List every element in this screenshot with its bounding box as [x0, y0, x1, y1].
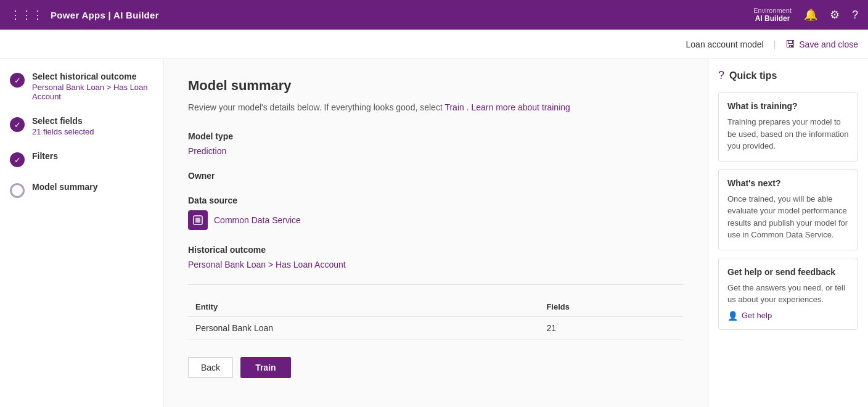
top-navigation: ⋮⋮⋮ Power Apps | AI Builder Environment … [0, 0, 868, 30]
qt-training-body: Training prepares your model to be used,… [727, 116, 849, 152]
environment-label: Environment [753, 7, 792, 14]
quick-tips-panel: ? Quick tips What is training? Training … [708, 59, 868, 407]
data-source-label: Data source [188, 195, 683, 205]
step-subtitle-2: 21 fields selected [32, 127, 94, 136]
settings-icon[interactable]: ⚙ [830, 8, 840, 22]
quick-tips-header: ? Quick tips [718, 69, 858, 82]
data-source-row: Common Data Service [188, 210, 683, 230]
entity-fields-table: Entity Fields Personal Bank Loan21 [188, 297, 683, 340]
qt-card-training: What is training? Training prepares your… [718, 92, 858, 162]
model-type-value: Prediction [188, 146, 683, 156]
step-subtitle-1: Personal Bank Loan > Has Loan Account [32, 83, 153, 101]
step-title-2: Select fields [32, 116, 94, 126]
sidebar: ✓ Select historical outcome Personal Ban… [0, 59, 163, 407]
step-title-4: Model summary [32, 182, 98, 192]
qt-training-title: What is training? [727, 101, 849, 111]
environment-name: AI Builder [755, 14, 790, 23]
grid-icon[interactable]: ⋮⋮⋮ [10, 8, 43, 22]
step-content-1: Select historical outcome Personal Bank … [32, 72, 153, 101]
sidebar-item-historical-outcome[interactable]: ✓ Select historical outcome Personal Ban… [10, 72, 153, 101]
qt-gethelp-body: Get the answers you need, or tell us abo… [727, 282, 849, 306]
train-link[interactable]: Train [444, 102, 464, 112]
content-area: Model summary Review your model's detail… [163, 59, 708, 407]
qt-gethelp-title: Get help or send feedback [727, 267, 849, 277]
sidebar-item-select-fields[interactable]: ✓ Select fields 21 fields selected [10, 116, 153, 136]
qt-next-body: Once trained, you will be able evaluate … [727, 193, 849, 241]
table-cell-entity: Personal Bank Loan [188, 317, 539, 340]
save-icon: 🖫 [785, 39, 795, 50]
environment-info: Environment AI Builder [753, 7, 792, 23]
data-source-name: Common Data Service [214, 215, 301, 225]
sub-header: Loan account model | 🖫 Save and close [0, 30, 868, 59]
learn-more-link[interactable]: Learn more about training [471, 102, 570, 112]
save-close-button[interactable]: 🖫 Save and close [785, 39, 858, 50]
table-cell-fields: 21 [539, 317, 683, 340]
sidebar-item-model-summary[interactable]: Model summary [10, 182, 153, 198]
step-circle-1: ✓ [10, 73, 25, 88]
get-help-row: 👤 Get help [727, 311, 849, 321]
qt-card-get-help: Get help or send feedback Get the answer… [718, 258, 858, 330]
step-content-2: Select fields 21 fields selected [32, 116, 94, 136]
qt-next-title: What's next? [727, 178, 849, 188]
help-icon[interactable]: ? [852, 9, 858, 22]
qt-card-whats-next: What's next? Once trained, you will be a… [718, 169, 858, 250]
train-button[interactable]: Train [240, 357, 290, 378]
quick-tips-title: Quick tips [729, 70, 777, 81]
step-content-4: Model summary [32, 182, 98, 192]
app-brand: Power Apps | AI Builder [51, 10, 159, 20]
step-content-3: Filters [32, 151, 58, 161]
historical-outcome-value: Personal Bank Loan > Has Loan Account [188, 260, 683, 269]
get-help-person-icon: 👤 [727, 311, 738, 321]
step-title-3: Filters [32, 151, 58, 161]
step-title-1: Select historical outcome [32, 72, 153, 81]
table-divider [188, 284, 683, 285]
model-type-label: Model type [188, 131, 683, 141]
header-separator: | [774, 39, 776, 49]
notifications-icon[interactable]: 🔔 [804, 8, 817, 22]
action-buttons: Back Train [188, 357, 683, 378]
col-entity-header: Entity [188, 297, 539, 317]
historical-outcome-label: Historical outcome [188, 245, 683, 255]
col-fields-header: Fields [539, 297, 683, 317]
sidebar-item-filters[interactable]: ✓ Filters [10, 151, 153, 167]
save-close-label: Save and close [799, 39, 858, 49]
step-circle-2: ✓ [10, 117, 25, 132]
step-circle-3: ✓ [10, 152, 25, 167]
step-circle-4 [10, 183, 25, 198]
svg-rect-1 [195, 218, 200, 223]
model-name-label: Loan account model [686, 39, 764, 49]
owner-label: Owner [188, 171, 683, 181]
page-title: Model summary [188, 78, 683, 94]
get-help-link[interactable]: Get help [742, 311, 772, 320]
page-desc-prefix: Review your model's details below. If ev… [188, 102, 444, 112]
main-layout: ✓ Select historical outcome Personal Ban… [0, 59, 868, 407]
table-row: Personal Bank Loan21 [188, 317, 683, 340]
topnav-right: Environment AI Builder 🔔 ⚙ ? [753, 7, 858, 23]
cds-icon [188, 210, 208, 230]
quick-tips-icon: ? [718, 69, 724, 82]
page-description: Review your model's details below. If ev… [188, 101, 683, 114]
back-button[interactable]: Back [188, 357, 233, 378]
